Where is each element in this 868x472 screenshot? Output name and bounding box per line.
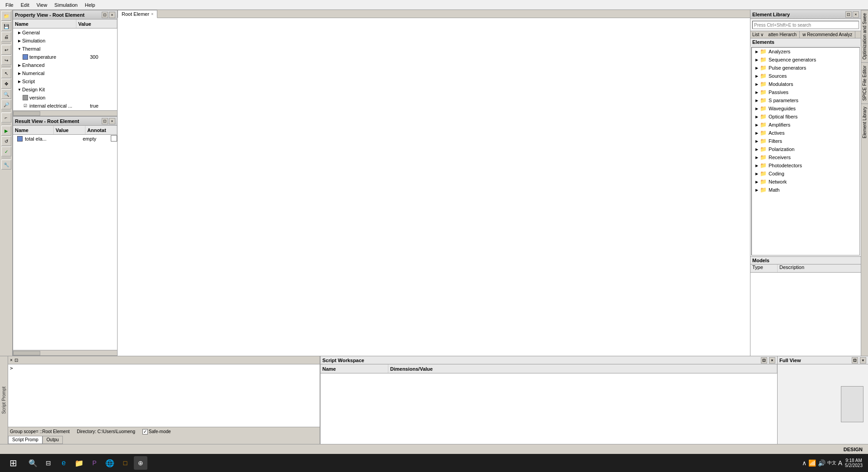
lib-item-sources[interactable]: ▶ 📁 Sources — [752, 72, 859, 80]
property-row-simulation[interactable]: ▶ Simulation — [13, 37, 117, 45]
total-checkbox[interactable] — [111, 135, 117, 142]
property-panel-float-btn[interactable]: ⊡ — [102, 12, 108, 18]
tray-volume-icon[interactable]: 🔊 — [818, 459, 826, 467]
script-tab-prompt[interactable]: Script Promp — [8, 436, 42, 444]
result-row-total[interactable]: total ela... empty — [13, 135, 117, 143]
workspace-float-btn[interactable]: ⊡ — [761, 357, 767, 363]
taskbar-app-btn[interactable]: □ — [118, 456, 132, 470]
property-tree[interactable]: ▶ General ▶ Simulation ▼ Thermal tempera… — [13, 28, 117, 110]
toolbar-btn-5[interactable]: ↪ — [1, 55, 11, 65]
result-panel-float-btn[interactable]: ⊡ — [102, 118, 108, 124]
menu-file[interactable]: File — [2, 1, 17, 9]
tray-up-icon[interactable]: ∧ — [802, 459, 807, 467]
toolbar-btn-run[interactable]: ▶ — [1, 126, 11, 136]
lib-item-seq-gen[interactable]: ▶ 📁 Sequence generators — [752, 56, 859, 64]
property-row-temperature[interactable]: temperature 300 — [13, 53, 117, 61]
lib-item-math[interactable]: ▶ 📁 Math — [752, 186, 859, 194]
lib-item-filters[interactable]: ▶ 📁 Filters — [752, 137, 859, 145]
lib-item-passives[interactable]: ▶ 📁 Passives — [752, 88, 859, 96]
taskbar-taskview-btn[interactable]: ⊟ — [42, 456, 55, 470]
result-panel-close-btn[interactable]: × — [109, 118, 115, 124]
safemode-checkbox[interactable]: ✓ — [142, 429, 148, 434]
canvas-area[interactable] — [118, 18, 750, 356]
workspace-close-btn[interactable]: × — [769, 357, 775, 363]
taskbar-ide-btn[interactable]: P — [88, 456, 101, 470]
property-row-general[interactable]: ▶ General — [13, 28, 117, 37]
lib-item-photodetectors[interactable]: ▶ 📁 Photodetectors — [752, 161, 859, 170]
toolbar-btn-tools[interactable]: 🔧 — [1, 160, 11, 170]
script-close-btn[interactable]: × — [10, 358, 13, 363]
lib-item-sparameters[interactable]: ▶ 📁 S parameters — [752, 96, 859, 104]
models-content[interactable] — [750, 273, 861, 356]
lib-item-receivers[interactable]: ▶ 📁 Receivers — [752, 153, 859, 161]
property-scroll[interactable] — [13, 110, 117, 116]
tray-ime-icon[interactable]: A — [838, 459, 842, 467]
library-list-dropdown[interactable]: List ∨ — [750, 31, 765, 38]
lib-item-network[interactable]: ▶ 📁 Network — [752, 178, 859, 186]
menu-help[interactable]: Help — [81, 1, 99, 9]
property-row-version[interactable]: version — [13, 94, 117, 102]
taskbar-search-btn[interactable]: 🔍 — [26, 456, 40, 470]
library-search-input[interactable] — [752, 21, 859, 29]
lib-item-analyzers[interactable]: ▶ 📁 Analyzers — [752, 47, 859, 56]
toolbar-btn-zoom-in[interactable]: 🔍 — [1, 89, 11, 99]
lib-item-pulse-gen[interactable]: ▶ 📁 Pulse generators — [752, 64, 859, 72]
property-row-thermal[interactable]: ▼ Thermal — [13, 45, 117, 53]
fullview-navigator[interactable] — [841, 386, 863, 422]
side-tab-opt-sweep[interactable]: Optimization and Swee — [861, 10, 868, 62]
property-row-script[interactable]: ▶ Script — [13, 77, 117, 85]
menu-view[interactable]: View — [33, 1, 51, 9]
lib-item-amplifiers[interactable]: ▶ 📁 Amplifiers — [752, 121, 859, 129]
toolbar-btn-check[interactable]: ✓ — [1, 146, 11, 156]
fullview-content[interactable] — [778, 364, 868, 444]
property-row-numerical[interactable]: ▶ Numerical — [13, 69, 117, 77]
result-scroll-thumb[interactable] — [13, 351, 40, 355]
tray-network-icon[interactable]: 📶 — [808, 459, 816, 467]
fullview-close-btn[interactable]: × — [860, 357, 866, 363]
toolbar-btn-2[interactable]: 💾 — [1, 21, 11, 31]
taskbar-ie-btn[interactable]: e — [57, 456, 71, 470]
side-tab-element-lib[interactable]: Element Library — [861, 104, 868, 141]
result-tree[interactable]: total ela... empty — [13, 135, 117, 350]
taskbar-optsim-btn[interactable]: ⊕ — [134, 456, 147, 470]
script-tab-output[interactable]: Outpu — [42, 436, 63, 444]
toolbar-btn-move[interactable]: ✥ — [1, 79, 11, 89]
taskbar-start-btn[interactable]: ⊞ — [2, 455, 24, 471]
toolbar-btn-1[interactable]: 📁 — [1, 11, 11, 21]
menu-simulation[interactable]: Simulation — [51, 1, 81, 9]
library-float-btn[interactable]: ⊡ — [845, 11, 852, 18]
toolbar-btn-4[interactable]: ↩ — [1, 45, 11, 55]
script-minimize-btn[interactable]: ⊡ — [14, 358, 18, 363]
toolbar-btn-3[interactable]: 🖨 — [1, 32, 11, 42]
taskbar-clock[interactable]: 9:18 AM 5/2/2023 — [845, 458, 863, 468]
property-panel-close-btn[interactable]: × — [109, 12, 115, 18]
result-scroll[interactable] — [13, 350, 117, 355]
lib-item-modulators[interactable]: ▶ 📁 Modulators — [752, 80, 859, 88]
property-row-designkit[interactable]: ▼ Design Kit — [13, 85, 117, 94]
workspace-content[interactable] — [321, 373, 777, 444]
lib-item-waveguides[interactable]: ▶ 📁 Waveguides — [752, 104, 859, 113]
library-tab-atten[interactable]: atten Hierarch — [765, 31, 800, 38]
library-tree[interactable]: ▶ 📁 Analyzers ▶ 📁 Sequence generators ▶ … — [751, 47, 860, 255]
taskbar-files-btn[interactable]: 📁 — [72, 456, 86, 470]
toolbar-btn-wire[interactable]: ⌐ — [1, 113, 11, 123]
taskbar-chrome-btn[interactable]: 🌐 — [103, 456, 117, 470]
canvas-tab-root[interactable]: Root Elemer × — [118, 10, 157, 18]
property-row-enhanced[interactable]: ▶ Enhanced — [13, 61, 117, 69]
menu-edit[interactable]: Edit — [17, 1, 33, 9]
toolbar-btn-arrow[interactable]: ↖ — [1, 68, 11, 78]
canvas-tab-close[interactable]: × — [151, 12, 153, 16]
property-row-internal-elec[interactable]: ☑ internal electrical ... true — [13, 102, 117, 110]
lib-item-polarization[interactable]: ▶ 📁 Polarization — [752, 145, 859, 153]
fullview-float-btn[interactable]: ⊡ — [852, 357, 858, 363]
script-content[interactable] — [8, 372, 320, 427]
toolbar-btn-loop[interactable]: ↺ — [1, 136, 11, 146]
lib-item-coding[interactable]: ▶ 📁 Coding — [752, 170, 859, 178]
library-tab-recommended[interactable]: w Recommended Analyz — [800, 31, 855, 38]
lib-item-optical-fibers[interactable]: ▶ 📁 Optical fibers — [752, 113, 859, 121]
lib-item-actives[interactable]: ▶ 📁 Actives — [752, 129, 859, 137]
library-close-btn[interactable]: × — [853, 11, 859, 18]
property-scroll-thumb[interactable] — [13, 111, 40, 116]
side-tab-spice[interactable]: SPICE File Editor — [861, 62, 868, 104]
toolbar-btn-zoom-out[interactable]: 🔎 — [1, 99, 11, 109]
